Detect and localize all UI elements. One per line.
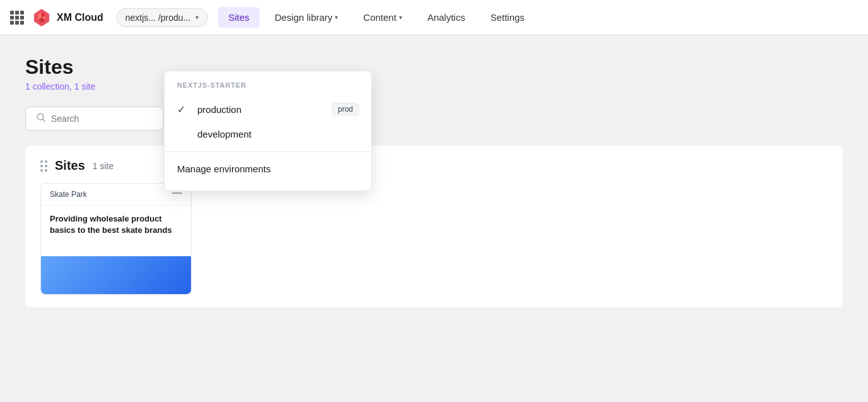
drag-dot-row bbox=[40, 169, 47, 172]
main-content: Sites 1 collection, 1 site ection ▾ bbox=[0, 35, 868, 402]
environment-dropdown: NEXTJS-STARTER ✓ production prod ✓ devel… bbox=[164, 71, 372, 191]
nav-item-label: Design library bbox=[275, 12, 333, 23]
search-box[interactable] bbox=[25, 107, 164, 131]
nav-item-label: Content bbox=[363, 12, 396, 23]
drag-handle-icon[interactable] bbox=[40, 160, 47, 172]
dropdown-divider bbox=[165, 151, 371, 152]
dropdown-section-label: NEXTJS-STARTER bbox=[165, 81, 371, 97]
drag-dot bbox=[45, 160, 47, 163]
page-subtitle: 1 collection, 1 site bbox=[25, 81, 843, 92]
site-description: Providing wholesale product basics to th… bbox=[50, 213, 182, 236]
logo-area: XM Cloud bbox=[32, 8, 103, 28]
drag-dot bbox=[40, 160, 43, 163]
dropdown-item-development[interactable]: ✓ development bbox=[165, 122, 371, 146]
grid-dot bbox=[10, 11, 14, 15]
nav-item-design-library[interactable]: Design library ▾ bbox=[265, 7, 349, 28]
grid-dot bbox=[15, 16, 19, 20]
section-count: 1 site bbox=[93, 161, 113, 171]
prod-badge: prod bbox=[332, 103, 359, 115]
apps-grid-icon[interactable] bbox=[10, 11, 24, 25]
site-card-body: Providing wholesale product basics to th… bbox=[41, 206, 191, 256]
nav-item-settings[interactable]: Settings bbox=[480, 7, 535, 28]
drag-dot bbox=[40, 169, 43, 172]
chevron-down-icon: ▾ bbox=[335, 14, 338, 21]
chevron-down-icon: ▾ bbox=[399, 14, 402, 21]
nav-item-sites[interactable]: Sites bbox=[218, 7, 259, 28]
drag-dot bbox=[40, 165, 43, 167]
search-input[interactable] bbox=[51, 114, 153, 124]
grid-dot bbox=[20, 21, 24, 25]
nav-item-label: Settings bbox=[490, 12, 524, 23]
env-selector[interactable]: nextjs... /produ... ▾ bbox=[116, 8, 209, 27]
grid-dot bbox=[15, 11, 19, 15]
manage-environments-button[interactable]: Manage environments bbox=[165, 157, 371, 180]
nav-item-content[interactable]: Content ▾ bbox=[353, 7, 412, 28]
grid-dot bbox=[10, 16, 14, 20]
search-icon bbox=[36, 112, 46, 125]
chevron-down-icon: ▾ bbox=[195, 14, 199, 21]
drag-dot bbox=[45, 165, 47, 167]
nav-item-label: Analytics bbox=[427, 12, 465, 23]
page-title: Sites bbox=[25, 56, 843, 79]
nav-item-label: Sites bbox=[228, 12, 249, 23]
dropdown-item-label: development bbox=[197, 129, 359, 139]
svg-line-5 bbox=[43, 119, 45, 121]
site-card-name: Skate Park bbox=[50, 190, 87, 199]
app-name: XM Cloud bbox=[57, 12, 103, 23]
section-title: Sites bbox=[55, 158, 85, 173]
drag-dot bbox=[45, 169, 47, 172]
env-selector-label: nextjs... /produ... bbox=[125, 13, 191, 23]
navbar: XM Cloud nextjs... /produ... ▾ Sites Des… bbox=[0, 0, 868, 35]
site-card[interactable]: Skate Park Providing wholesale product b… bbox=[40, 183, 192, 295]
grid-dot bbox=[15, 21, 19, 25]
grid-dot bbox=[20, 11, 24, 15]
site-card-image-inner bbox=[41, 256, 191, 294]
nav-item-analytics[interactable]: Analytics bbox=[417, 7, 475, 28]
sites-section-header: Sites 1 site bbox=[40, 158, 828, 173]
dropdown-item-production[interactable]: ✓ production prod bbox=[165, 97, 371, 122]
grid-dot bbox=[20, 16, 24, 20]
site-card-image bbox=[41, 256, 191, 294]
check-icon: ✓ bbox=[177, 103, 190, 115]
xm-cloud-logo bbox=[32, 8, 52, 28]
grid-dot bbox=[10, 21, 14, 25]
drag-dot-row bbox=[40, 165, 47, 167]
search-filter-row: ection ▾ bbox=[25, 107, 843, 131]
drag-dot-row bbox=[40, 160, 47, 163]
sites-section: Sites 1 site Skate Park Providing wholes… bbox=[25, 146, 843, 307]
dropdown-item-label: production bbox=[197, 104, 325, 115]
menu-line bbox=[172, 192, 182, 194]
